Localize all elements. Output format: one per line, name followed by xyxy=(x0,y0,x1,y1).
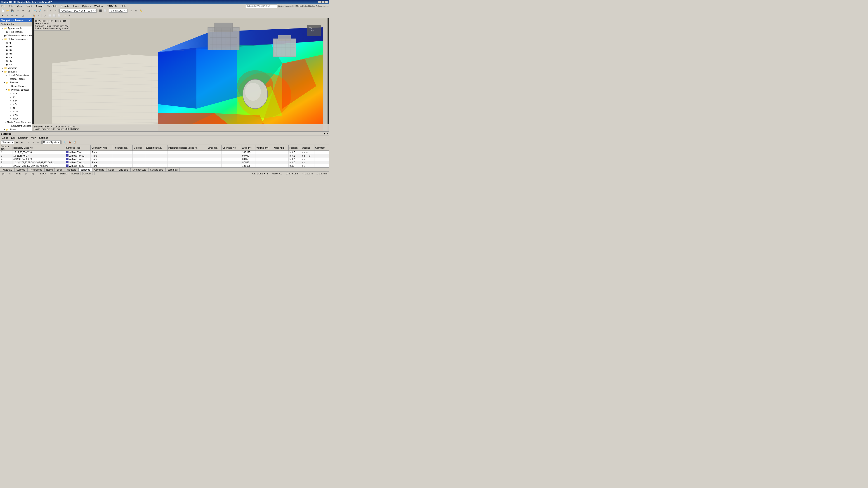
zoom-out-button[interactable]: 🔎 xyxy=(38,8,42,13)
tree-internal-forces[interactable]: ◦ Internal Forces xyxy=(0,77,32,80)
rotate-button[interactable]: ↻ xyxy=(53,8,58,13)
tab-surfaces[interactable]: Surfaces xyxy=(79,168,92,171)
surface-button[interactable]: ▭ xyxy=(10,13,14,18)
print-button[interactable]: 🖨 xyxy=(27,8,31,13)
col-lines[interactable]: Lines No. xyxy=(207,145,221,151)
col-boundary-lines[interactable]: Boundary Lines No. xyxy=(12,145,65,151)
menu-tools[interactable]: Tools xyxy=(72,5,79,7)
col-options[interactable]: Options xyxy=(301,145,314,151)
load-button[interactable]: ↓ xyxy=(26,13,30,18)
tree-uz[interactable]: ◉ uz xyxy=(0,52,32,55)
table-row[interactable]: 7273,274,388,403-397,470-459,275Without … xyxy=(0,164,329,168)
tree-strains[interactable]: ▼ 📁 Strains xyxy=(0,128,32,131)
tb-props-button[interactable]: ⚙ xyxy=(36,140,40,144)
tb-filter-button[interactable]: 🔍 xyxy=(63,140,67,144)
tab-sections[interactable]: Sections xyxy=(14,168,27,171)
tab-member-sets[interactable]: Member Sets xyxy=(130,168,148,171)
tree-differences[interactable]: ◉ Differences to initial state xyxy=(0,34,32,37)
nav-first-button[interactable]: |◀ xyxy=(1,172,5,176)
front-view-button[interactable]: ⬜ xyxy=(47,13,52,18)
tab-nodes[interactable]: Nodes xyxy=(44,168,55,171)
tb-add-button[interactable]: + xyxy=(26,140,31,144)
minimize-button[interactable]: ─ xyxy=(318,1,321,3)
side-view-button[interactable]: ⬜ xyxy=(57,13,61,18)
node-button[interactable]: ● xyxy=(0,13,5,18)
tree-tmax[interactable]: ○ τmax xyxy=(0,117,32,121)
results-close-icon[interactable]: ✕ xyxy=(326,132,328,135)
redo-button[interactable]: ↪ xyxy=(21,8,25,13)
line-button[interactable]: ╱ xyxy=(5,13,10,18)
menu-cad-bim[interactable]: CAD-BIM xyxy=(106,5,118,7)
menu-edit[interactable]: Edit xyxy=(8,5,14,7)
col-thickness[interactable]: Thickness No. xyxy=(112,145,133,151)
tab-thicknesses[interactable]: Thicknesses xyxy=(27,168,44,171)
wireframe-button[interactable]: ⬜ xyxy=(103,8,107,13)
support-button[interactable]: △ xyxy=(21,13,25,18)
save-button[interactable]: 💾 xyxy=(10,8,14,13)
tree-s2m[interactable]: ○ σ2- xyxy=(0,102,32,106)
grid-button[interactable]: ⊞ xyxy=(134,8,138,13)
tb-copy-button[interactable]: 📋 xyxy=(72,140,77,144)
tree-stresses[interactable]: ▼ 📁 Stresses xyxy=(0,80,32,84)
tree-elastic-stress[interactable]: ◦ Elastic Stress Components xyxy=(0,121,32,124)
tb-next-button[interactable]: ▶ xyxy=(20,140,24,144)
perspective-button[interactable]: ⬡ xyxy=(42,13,47,18)
tree-px[interactable]: ◉ φx xyxy=(0,55,32,59)
maximize-button[interactable]: □ xyxy=(321,1,324,3)
tree-surfaces[interactable]: ▼ 📁 Surfaces xyxy=(0,70,32,73)
col-mass[interactable]: Mass M [t] xyxy=(273,145,288,151)
tree-basic-stresses[interactable]: ◦ Basic Stresses xyxy=(0,84,32,88)
x-ray-button[interactable]: ✕ xyxy=(63,13,67,18)
lc-selector[interactable]: CO2: LC1 + LC2 + LC3 + LC4 xyxy=(59,8,96,13)
nav-last-button[interactable]: ▶| xyxy=(31,172,35,176)
tab-materials[interactable]: Materials xyxy=(1,168,14,171)
tb-prev-button[interactable]: ◀ xyxy=(14,140,19,144)
tab-surface-sets[interactable]: Surface Sets xyxy=(148,168,165,171)
clipping-button[interactable]: ✂ xyxy=(68,13,72,18)
col-openings[interactable]: Openings No. xyxy=(221,145,241,151)
snap-button[interactable]: ⊕ xyxy=(129,8,133,13)
col-position[interactable]: Position xyxy=(288,145,301,151)
tab-line-sets[interactable]: Line Sets xyxy=(117,168,130,171)
tree-s2m2[interactable]: ○ σ2m xyxy=(0,113,32,117)
tree-local-deformations[interactable]: ◦ Local Deformations xyxy=(0,73,32,77)
snap-button[interactable]: SNAP xyxy=(39,172,47,175)
results-goto[interactable]: Go To xyxy=(1,136,9,139)
tree-principal-stresses[interactable]: ▼ 📁 Principal Stresses xyxy=(0,88,32,92)
col-geometry-type[interactable]: Geometry Type xyxy=(90,145,112,151)
menu-view[interactable]: View xyxy=(16,5,23,7)
col-stiffness-type[interactable]: Stiffness Type xyxy=(65,145,91,151)
select-button[interactable]: ↖ xyxy=(49,8,53,13)
table-row[interactable]: 116,17,28,65-47,18Without Thick...Plane1… xyxy=(0,151,329,154)
deformation-button[interactable]: 〰 xyxy=(36,13,41,18)
measure-button[interactable]: 📏 xyxy=(138,8,143,13)
navigator-close-icon[interactable]: ✕ xyxy=(29,19,31,22)
tree-s1m2[interactable]: ○ σ1m xyxy=(0,109,32,113)
menu-results[interactable]: Results xyxy=(60,5,70,7)
col-nodes[interactable]: Integrated Objects Nodes No. xyxy=(167,145,207,151)
tb-delete-button[interactable]: ✕ xyxy=(31,140,35,144)
results-edit[interactable]: Edit xyxy=(10,136,16,139)
new-button[interactable]: 📄 xyxy=(0,8,5,13)
tree-final-results[interactable]: ◉ Final Results xyxy=(0,30,32,34)
undo-button[interactable]: ↩ xyxy=(16,8,21,13)
results-view[interactable]: View xyxy=(30,136,37,139)
col-surface-no[interactable]: SurfaceNo. xyxy=(0,145,12,151)
tab-members[interactable]: Members xyxy=(65,168,78,171)
basic-objects-dropdown[interactable]: Basic Objects ▼ xyxy=(42,140,60,144)
viewport[interactable]: CO2 - LC1 + LC2 + LC3 + LC4 Loads [kN/m²… xyxy=(32,18,329,131)
tab-openings[interactable]: Openings xyxy=(92,168,106,171)
results-selection[interactable]: Selection xyxy=(17,136,29,139)
tab-solid-sets[interactable]: Solid Sets xyxy=(165,168,180,171)
tree-members[interactable]: ▶ 📁 Members xyxy=(0,66,32,70)
table-row[interactable]: 319-26,36-45,27Without Thick...Plane50.0… xyxy=(0,154,329,158)
tree-global-deformations[interactable]: ▼ 📁 Global Deformations xyxy=(0,37,32,41)
grid-button[interactable]: GRID xyxy=(49,172,57,175)
tree-uy[interactable]: ◉ uy xyxy=(0,48,32,52)
result-display-button[interactable]: 🎨 xyxy=(32,13,36,18)
tree-equivalent-stresses[interactable]: ◦ Equivalent Stresses xyxy=(0,124,32,128)
zoom-all-button[interactable]: ⊞ xyxy=(42,8,47,13)
tree-pz[interactable]: ◉ φz xyxy=(0,63,32,66)
col-comment[interactable]: Comment xyxy=(314,145,329,151)
col-eccentricity[interactable]: Eccentricity No. xyxy=(145,145,167,151)
